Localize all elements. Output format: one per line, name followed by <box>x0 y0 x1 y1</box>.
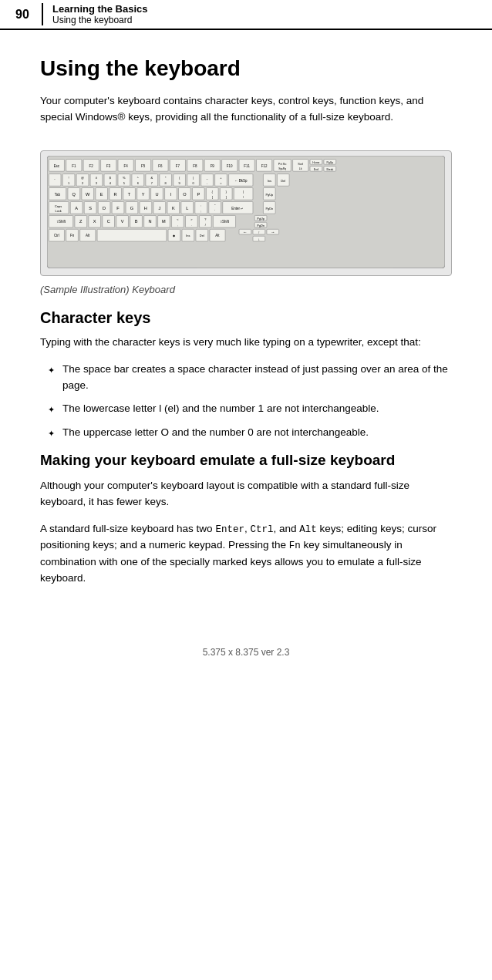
svg-text:⇧Shift: ⇧Shift <box>220 220 230 224</box>
svg-text:Lock: Lock <box>55 209 61 213</box>
svg-text:Prt Sc: Prt Sc <box>278 162 287 166</box>
bullet-text-3: The uppercase letter O and the number 0 … <box>62 425 452 441</box>
svg-text:;: ; <box>201 209 201 213</box>
svg-text:O: O <box>183 191 187 196</box>
keyboard-illustration: Esc F1 F2 F3 F4 F5 F6 F7 F8 <box>40 150 452 276</box>
svg-text:.: . <box>191 223 192 227</box>
svg-text:V: V <box>121 219 124 224</box>
svg-text:Tab: Tab <box>55 192 61 196</box>
svg-text:F12: F12 <box>261 163 268 167</box>
svg-text:F9: F9 <box>211 163 215 167</box>
svg-text:]: ] <box>226 195 227 199</box>
svg-text:PgUp: PgUp <box>265 192 274 196</box>
svg-text:L: L <box>186 205 188 210</box>
svg-text:Esc: Esc <box>54 163 60 167</box>
svg-text:A: A <box>75 205 78 210</box>
svg-text:PgUp: PgUp <box>327 161 334 164</box>
svg-text:G: G <box>130 205 133 210</box>
svg-text:S: S <box>89 205 92 210</box>
bullet-text-2: The lowercase letter l (el) and the numb… <box>62 401 452 417</box>
bullet-icon: ✦ <box>48 364 55 377</box>
svg-text:|: | <box>243 190 244 194</box>
svg-text:8: 8 <box>165 181 167 185</box>
svg-text:← BkSp: ← BkSp <box>234 178 248 182</box>
svg-text:&: & <box>150 176 153 180</box>
svg-text:Ctrl: Ctrl <box>54 234 59 237</box>
svg-rect-186 <box>97 229 167 241</box>
svg-text:^: ^ <box>137 176 139 180</box>
bullet-icon: ✦ <box>48 403 55 416</box>
header-titles: Learning the Basics Using the keyboard <box>52 3 148 25</box>
svg-text:B: B <box>135 219 138 224</box>
svg-text::: : <box>201 204 201 207</box>
svg-text:Fn: Fn <box>70 234 75 237</box>
svg-text:PgUp: PgUp <box>257 217 265 221</box>
svg-text:F11: F11 <box>244 163 250 167</box>
svg-text:←: ← <box>243 230 248 234</box>
svg-text:→: → <box>271 230 275 234</box>
svg-text:F3: F3 <box>106 163 111 167</box>
footer-text: 5.375 x 8.375 ver 2.3 <box>203 647 290 658</box>
svg-text:Lk: Lk <box>299 167 302 170</box>
svg-text:3: 3 <box>96 181 97 185</box>
svg-text:F7: F7 <box>176 163 180 167</box>
svg-text:X: X <box>93 219 96 224</box>
svg-text:Q: Q <box>72 191 76 196</box>
svg-text:Del: Del <box>200 234 204 237</box>
svg-text:9: 9 <box>179 181 180 185</box>
list-item: ✦ The uppercase letter O and the number … <box>48 425 452 441</box>
svg-text:F8: F8 <box>193 163 197 167</box>
svg-text:Ins: Ins <box>186 234 190 237</box>
bullet-text-1: The space bar creates a space character … <box>62 362 452 394</box>
page-title: Using the keyboard <box>40 56 452 81</box>
svg-text:F4: F4 <box>123 163 128 167</box>
page-header: 90 Learning the Basics Using the keyboar… <box>0 0 492 30</box>
character-keys-title: Character keys <box>40 309 452 327</box>
full-size-para1: Although your computer's keyboard layout… <box>40 478 452 510</box>
svg-text:Break: Break <box>326 168 333 171</box>
list-item: ✦ The space bar creates a space characte… <box>48 362 452 394</box>
svg-text:D: D <box>103 205 106 210</box>
svg-text:Alt: Alt <box>86 234 90 237</box>
svg-text:F5: F5 <box>141 163 146 167</box>
svg-text:Scrl: Scrl <box>298 162 303 166</box>
svg-text:K: K <box>172 205 175 210</box>
svg-text:E: E <box>100 191 103 196</box>
svg-text:@: @ <box>81 176 84 180</box>
svg-text:J: J <box>158 205 160 210</box>
svg-text:Home: Home <box>312 161 319 164</box>
svg-text:Y: Y <box>142 191 145 196</box>
svg-text:Z: Z <box>79 219 83 224</box>
svg-text:F6: F6 <box>158 163 163 167</box>
svg-text:P: P <box>197 191 200 196</box>
svg-text:Ins: Ins <box>268 178 271 182</box>
svg-text:⇧Shift: ⇧Shift <box>56 220 66 224</box>
svg-text:!: ! <box>69 176 69 180</box>
svg-text:N: N <box>148 219 151 224</box>
svg-text:F: F <box>116 205 120 210</box>
svg-text:M: M <box>162 219 166 224</box>
list-item: ✦ The lowercase letter l (el) and the nu… <box>48 401 452 417</box>
main-content: Using the keyboard Your computer's keybo… <box>0 30 492 616</box>
svg-text:1: 1 <box>68 181 69 185</box>
full-size-title: Making your keyboard emulate a full-size… <box>40 452 452 469</box>
svg-text:6: 6 <box>137 181 139 185</box>
bullet-icon: ✦ <box>48 427 55 440</box>
svg-text:2: 2 <box>82 181 83 185</box>
svg-text:F2: F2 <box>89 163 94 167</box>
svg-text:U: U <box>155 191 158 196</box>
svg-text:W: W <box>86 191 90 196</box>
svg-text:C: C <box>107 219 110 224</box>
svg-text:%: % <box>123 176 126 180</box>
svg-text:PgDn: PgDn <box>265 206 273 210</box>
svg-text:Enter ↵: Enter ↵ <box>231 206 243 210</box>
full-size-para2: A standard full-size keyboard has two En… <box>40 521 452 587</box>
svg-text:H: H <box>144 205 147 210</box>
intro-paragraph: Your computer's keyboard contains charac… <box>40 93 452 126</box>
svg-text:Del: Del <box>281 178 285 182</box>
keyboard-svg: Esc F1 F2 F3 F4 F5 F6 F7 F8 <box>47 156 445 268</box>
svg-text:↑: ↑ <box>258 231 260 234</box>
page-number: 90 <box>15 3 43 25</box>
header-section: Using the keyboard <box>52 15 148 25</box>
svg-text:Caps: Caps <box>55 204 62 208</box>
